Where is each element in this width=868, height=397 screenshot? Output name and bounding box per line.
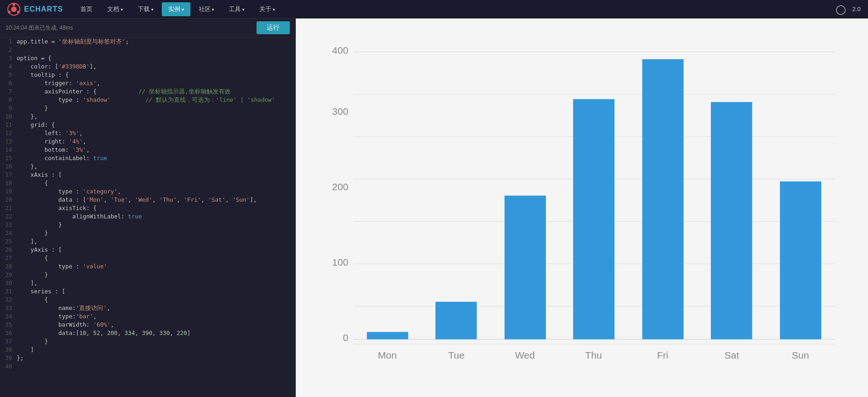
navbar: ECHARTS 首页 文档 下载 实例 社区 工具 关于 ◯ 2.0 [0,0,868,19]
line-number: 3 [0,54,17,62]
line-number: 36 [0,329,17,337]
code-line: 20 data : ['Mon', 'Tue', 'Wed', 'Thu', '… [0,196,295,204]
line-number: 27 [0,254,17,262]
code-editor[interactable]: 1app.title = '坐标轴刻度与标签对齐';23option = {4 … [0,37,295,397]
code-line: 32 { [0,296,295,304]
line-number: 33 [0,304,17,312]
line-number: 8 [0,96,17,104]
line-content: } [17,104,295,112]
echarts-logo-icon [7,3,20,16]
line-content: type : 'category', [17,187,295,196]
run-button[interactable]: 运行 [257,21,290,34]
version-badge: 2.0 [852,6,861,12]
main-layout: 10:24:04 图表已生成, 48ms 运行 1app.title = '坐标… [0,19,868,397]
logo: ECHARTS [7,3,63,16]
code-line: 33 name:'直接访问', [0,304,295,312]
line-content: } [17,229,295,237]
nav-community[interactable]: 社区 [192,2,221,16]
line-content: ], [17,279,295,287]
line-content: } [17,271,295,279]
line-content: grid: { [17,121,295,129]
code-line: 28 type : 'value' [0,262,295,271]
code-line: 16 }, [0,162,295,171]
svg-text:100: 100 [332,257,348,267]
svg-text:300: 300 [332,106,348,117]
line-number: 37 [0,337,17,346]
line-content [17,362,295,371]
line-content: trigger: 'axis', [17,79,295,87]
line-number: 11 [0,121,17,129]
bar-chart: 0 100 200 300 400 [314,28,850,388]
line-number: 18 [0,179,17,187]
code-line: 27 { [0,254,295,262]
line-number: 21 [0,204,17,212]
line-content: }, [17,112,295,121]
code-line: 29 } [0,271,295,279]
line-number: 34 [0,312,17,321]
github-icon[interactable]: ◯ [836,4,846,15]
svg-text:400: 400 [332,45,348,56]
svg-text:Tue: Tue [448,350,465,360]
line-number: 15 [0,154,17,162]
code-line: 1app.title = '坐标轴刻度与标签对齐'; [0,37,295,46]
code-line: 9 } [0,104,295,112]
line-content: } [17,337,295,346]
line-number: 30 [0,279,17,287]
line-number: 9 [0,104,17,112]
line-number: 25 [0,237,17,246]
line-number: 2 [0,46,17,54]
svg-point-4 [8,11,11,13]
nav-tools[interactable]: 工具 [222,2,251,16]
code-line: 22 alignWithLabel: true [0,212,295,221]
code-line: 13 right: '4%', [0,137,295,146]
code-line: 7 axisPointer : { // 坐标轴指示器,坐标轴触发有效 [0,87,295,96]
line-content: alignWithLabel: true [17,212,295,221]
nav-home[interactable]: 首页 [74,2,99,16]
svg-point-1 [11,6,17,12]
code-line: 19 type : 'category', [0,187,295,196]
line-content: } [17,221,295,229]
svg-point-3 [17,11,20,13]
code-line: 3option = { [0,54,295,62]
logo-text: ECHARTS [24,5,63,13]
line-content: ] [17,346,295,354]
code-line: 40 [0,362,295,371]
line-content: }; [17,354,295,362]
nav-examples[interactable]: 实例 [162,2,190,16]
code-line: 8 type : 'shadow' // 默认为直线，可选为：'line' | … [0,96,295,104]
nav-docs[interactable]: 文档 [101,2,129,16]
bar-sat [711,102,752,340]
svg-text:Wed: Wed [515,350,535,360]
navbar-right: ◯ 2.0 [836,4,861,15]
line-number: 24 [0,229,17,237]
code-line: 26 yAxis : [ [0,246,295,254]
line-number: 19 [0,187,17,196]
svg-text:Sat: Sat [724,350,739,360]
line-content: name:'直接访问', [17,304,295,312]
line-number: 38 [0,346,17,354]
line-content: tooltip : { [17,71,295,79]
nav-about[interactable]: 关于 [253,2,281,16]
line-number: 40 [0,362,17,371]
code-line: 34 type:'bar', [0,312,295,321]
line-content: { [17,254,295,262]
line-content: containLabel: true [17,154,295,162]
code-line: 23 } [0,221,295,229]
bar-tue [435,302,477,339]
line-content: data : ['Mon', 'Tue', 'Wed', 'Thu', 'Fri… [17,196,295,204]
line-content: app.title = '坐标轴刻度与标签对齐'; [17,37,295,46]
line-number: 26 [0,246,17,254]
code-line: 38 ] [0,346,295,354]
code-line: 37 } [0,337,295,346]
line-number: 1 [0,37,17,46]
line-content: barWidth: '60%', [17,321,295,329]
nav-download[interactable]: 下载 [131,2,160,16]
code-line: 30 ], [0,279,295,287]
line-content: left: '3%', [17,129,295,137]
code-line: 4 color: ['#3398DB'], [0,62,295,71]
svg-text:Thu: Thu [585,350,602,360]
line-content: series : [ [17,287,295,296]
line-number: 16 [0,162,17,171]
editor-toolbar: 10:24:04 图表已生成, 48ms 运行 [0,19,295,37]
line-number: 17 [0,171,17,179]
